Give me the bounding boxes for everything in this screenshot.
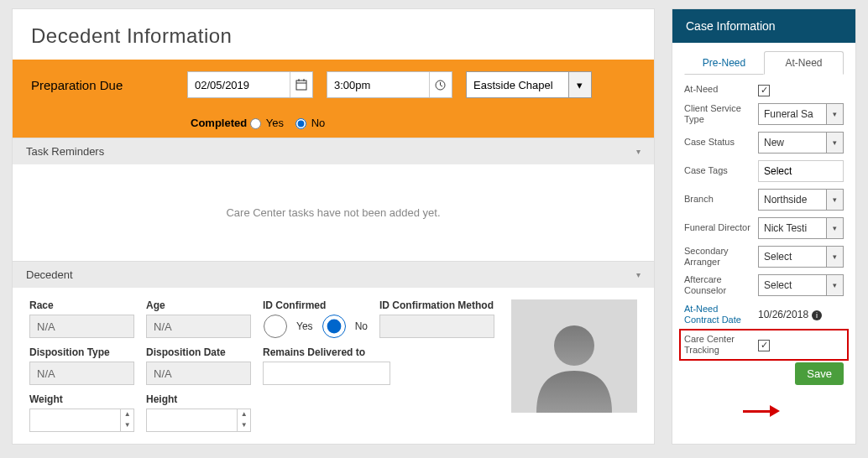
- svg-rect-0: [296, 81, 306, 90]
- contract-date-value: 10/26/2018: [758, 309, 808, 320]
- remains-field: Remains Delivered to: [263, 346, 494, 385]
- annotation-arrow-icon: [743, 405, 780, 417]
- client-service-type-label: Client Service Type: [684, 103, 753, 125]
- completed-no-label: No: [311, 117, 326, 129]
- completed-label: Completed: [191, 117, 247, 129]
- chevron-down-icon: ▾: [826, 190, 843, 210]
- prep-due-label: Preparation Due: [31, 78, 174, 92]
- clock-icon[interactable]: [429, 72, 452, 97]
- secondary-arranger-label: Secondary Arranger: [684, 246, 753, 268]
- calendar-icon[interactable]: [290, 72, 312, 97]
- chevron-down-icon: ▾: [826, 133, 843, 153]
- chevron-down-icon: ▾: [826, 218, 843, 238]
- decedent-photo-placeholder[interactable]: [511, 299, 637, 413]
- id-method-input[interactable]: [379, 315, 494, 338]
- race-label: Race: [29, 299, 134, 311]
- secondary-arranger-select[interactable]: Select▾: [758, 246, 844, 268]
- task-reminders-title: Task Reminders: [26, 145, 104, 158]
- weight-input[interactable]: [29, 409, 121, 432]
- completed-no-radio[interactable]: [295, 118, 306, 129]
- prep-location-select[interactable]: ▾: [466, 71, 592, 98]
- disposition-date-input[interactable]: [146, 362, 251, 385]
- completed-row: Completed Yes No: [31, 117, 635, 129]
- weight-field: Weight ▲▼: [29, 393, 134, 432]
- age-label: Age: [146, 299, 251, 311]
- weight-stepper[interactable]: ▲▼: [121, 409, 134, 432]
- id-confirmed-field: ID Confirmed Yes No: [263, 299, 368, 338]
- disposition-type-label: Disposition Type: [29, 346, 134, 358]
- height-label: Height: [146, 393, 368, 405]
- age-input[interactable]: [146, 315, 251, 338]
- race-field: Race: [29, 299, 134, 338]
- decedent-body: Race Age ID Confirmed Yes No ID Confirma…: [13, 288, 654, 444]
- svg-line-6: [441, 85, 443, 86]
- chevron-down-icon[interactable]: ▾: [568, 72, 591, 97]
- case-status-label: Case Status: [684, 137, 753, 148]
- atneed-checkbox[interactable]: ✓: [758, 85, 770, 96]
- id-method-field: ID Confirmation Method: [379, 299, 494, 338]
- race-input[interactable]: [29, 315, 134, 338]
- svg-point-7: [554, 325, 594, 366]
- branch-select[interactable]: Northside▾: [758, 189, 844, 211]
- case-info-panel: Case Information Pre-Need At-Need At-Nee…: [672, 8, 856, 445]
- aftercare-select[interactable]: Select▾: [758, 274, 844, 296]
- prep-time-input[interactable]: [327, 72, 429, 97]
- funeral-director-label: Funeral Director: [684, 222, 753, 233]
- chevron-down-icon: ▾: [826, 104, 843, 124]
- prep-location-value[interactable]: [467, 72, 568, 97]
- disposition-type-field: Disposition Type: [29, 346, 134, 385]
- save-button[interactable]: Save: [795, 362, 844, 385]
- disposition-date-field: Disposition Date: [146, 346, 251, 385]
- disposition-type-input[interactable]: [29, 362, 134, 385]
- case-status-select[interactable]: New▾: [758, 132, 844, 154]
- chevron-down-icon: ▾: [636, 270, 641, 279]
- id-confirmed-yes-radio[interactable]: [263, 315, 288, 338]
- contract-date-label[interactable]: At-Need Contract Date: [684, 304, 753, 325]
- info-icon[interactable]: i: [812, 310, 822, 320]
- branch-label: Branch: [684, 194, 753, 205]
- case-info-header: Case Information: [672, 9, 855, 43]
- care-center-tracking-row: Care Center Tracking ✓: [679, 329, 849, 361]
- client-service-type-select[interactable]: Funeral Sa▾: [758, 103, 844, 125]
- atneed-label: At-Need: [684, 84, 753, 95]
- tab-preneed[interactable]: Pre-Need: [684, 51, 764, 75]
- age-field: Age: [146, 299, 251, 338]
- completed-yes-label: Yes: [266, 117, 284, 129]
- care-center-checkbox[interactable]: ✓: [758, 340, 770, 351]
- page-title: Decedent Information: [13, 9, 654, 60]
- disposition-date-label: Disposition Date: [146, 346, 251, 358]
- case-info-tabs: Pre-Need At-Need: [672, 43, 855, 75]
- remains-label: Remains Delivered to: [263, 346, 494, 358]
- case-tags-input[interactable]: [758, 160, 844, 182]
- id-confirmed-label: ID Confirmed: [263, 299, 368, 311]
- prep-time-field[interactable]: [327, 71, 452, 98]
- chevron-down-icon: ▾: [826, 275, 843, 295]
- id-confirmed-no-label: No: [355, 320, 368, 332]
- chevron-down-icon: ▾: [636, 147, 641, 156]
- preparation-due-bar: Preparation Due ▾ Completed Yes No: [13, 60, 654, 138]
- id-confirmed-yes-label: Yes: [296, 320, 313, 332]
- id-method-label: ID Confirmation Method: [379, 299, 494, 311]
- remains-input[interactable]: [263, 362, 390, 385]
- decedent-title: Decedent: [26, 268, 73, 281]
- height-input[interactable]: [146, 409, 238, 432]
- weight-label: Weight: [29, 393, 134, 405]
- height-field: Height ▲▼: [146, 393, 368, 432]
- prep-date-input[interactable]: [188, 72, 290, 97]
- chevron-down-icon: ▾: [826, 247, 843, 267]
- prep-date-field[interactable]: [187, 71, 313, 98]
- case-tags-label: Case Tags: [684, 165, 753, 176]
- care-center-label: Care Center Tracking: [684, 334, 753, 356]
- task-reminders-header[interactable]: Task Reminders ▾: [13, 138, 654, 164]
- completed-yes-radio[interactable]: [250, 118, 261, 129]
- height-stepper[interactable]: ▲▼: [238, 409, 251, 432]
- id-confirmed-no-radio[interactable]: [322, 315, 347, 338]
- funeral-director-select[interactable]: Nick Testi▾: [758, 217, 844, 239]
- decedent-header[interactable]: Decedent ▾: [13, 261, 654, 288]
- aftercare-label: Aftercare Counselor: [684, 274, 753, 296]
- main-panel: Decedent Information Preparation Due ▾: [12, 8, 655, 445]
- tab-atneed[interactable]: At-Need: [764, 51, 844, 75]
- tasks-empty-message: Care Center tasks have not been added ye…: [13, 164, 654, 261]
